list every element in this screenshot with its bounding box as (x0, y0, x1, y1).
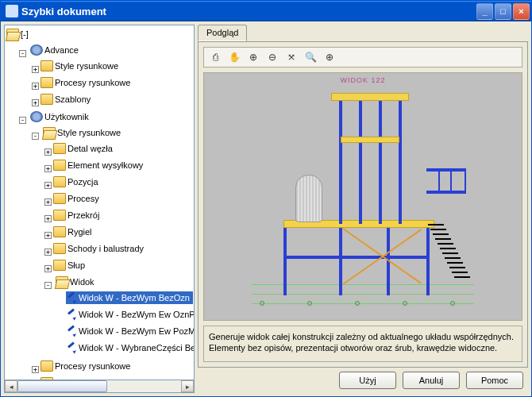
description-line-1: Generuje widok całej konstrukcji zależny… (209, 331, 517, 342)
tree-usr-proc-label: Procesy rysunkowe (55, 360, 130, 372)
dialog-buttons: Użyj Anuluj Pomoc (198, 368, 528, 393)
app-icon (6, 5, 18, 17)
tree-adv-szab-label: Szablony (55, 93, 91, 106)
tree-rygiel-label: Rygiel (67, 225, 92, 238)
zoom-out-button[interactable]: ⊖ (264, 49, 280, 65)
tree-widok-4-label: Widok W - WybraneCzęści Be (79, 341, 195, 354)
pen-icon (66, 292, 77, 303)
tree-schody-label: Schody i balustrady (67, 242, 144, 255)
close-button[interactable]: × (513, 3, 530, 20)
tree-rygiel[interactable]: Rygiel (53, 225, 95, 238)
tree-root-label: [-] (21, 28, 29, 40)
minimize-button[interactable]: _ (476, 3, 493, 20)
collapse-icon[interactable]: - (19, 117, 26, 124)
expand-icon[interactable]: + (44, 215, 52, 222)
expand-icon[interactable]: + (32, 99, 39, 106)
tree-widok[interactable]: Widok (56, 276, 98, 288)
folder-icon (40, 360, 53, 372)
tree-usr-style[interactable]: Style rysunkowe (43, 126, 124, 139)
expand-icon[interactable]: + (44, 232, 52, 239)
folder-icon (53, 260, 66, 271)
tree-adv-proc[interactable]: Procesy rysunkowe (40, 76, 133, 89)
zoom-extents-button[interactable]: ⤧ (283, 49, 299, 65)
scroll-right-button[interactable]: ▸ (181, 380, 194, 392)
print-button[interactable]: ⎙ (207, 49, 223, 65)
zoom-in-button[interactable]: ⊕ (245, 49, 261, 65)
tree-przekroj[interactable]: Przekrój (53, 209, 102, 222)
tree-pozycja-label: Pozycja (67, 175, 98, 188)
pen-icon (66, 342, 77, 353)
tree-user-label: Użytkownik (44, 110, 89, 123)
folder-icon (53, 210, 66, 221)
expand-icon[interactable]: + (44, 198, 52, 206)
expand-icon[interactable]: + (44, 148, 52, 156)
collapse-icon[interactable]: - (32, 133, 39, 140)
structure-drawing (252, 89, 474, 321)
tree-element[interactable]: Element wysyłkowy (53, 159, 146, 172)
scroll-track[interactable] (17, 380, 181, 392)
tree-widok-2-label: Widok W - BezWym Ew OznP (79, 308, 195, 321)
tree-widok-3[interactable]: Widok W - BezWym Ew PozM (66, 325, 195, 337)
tree-hscrollbar[interactable]: ◂ ▸ (4, 380, 195, 393)
use-button[interactable]: Użyj (339, 372, 396, 389)
expand-icon[interactable]: + (32, 83, 39, 90)
folder-icon (53, 193, 66, 204)
tree-widok-1[interactable]: Widok W - BezWym BezOzn (66, 291, 193, 304)
expand-icon[interactable]: + (44, 265, 52, 272)
zoom-center-button[interactable]: ⊕ (322, 49, 337, 65)
window-buttons: _ □ × (476, 3, 530, 20)
expand-icon[interactable]: + (44, 165, 52, 172)
pan-button[interactable]: ✋ (226, 49, 242, 65)
tree-pozycja[interactable]: Pozycja (53, 175, 102, 188)
tree-widok-4[interactable]: Widok W - WybraneCzęści Be (66, 341, 195, 354)
folder-icon (40, 94, 53, 105)
maximize-button[interactable]: □ (495, 3, 511, 20)
preview-title: WIDOK 122 (340, 76, 385, 84)
folder-icon (53, 226, 66, 237)
tree-usr-proc[interactable]: Procesy rysunkowe (40, 360, 133, 372)
tree-usr-style-label: Style rysunkowe (57, 126, 121, 139)
expand-icon[interactable]: + (32, 366, 39, 373)
preview-viewport[interactable]: WIDOK 122 (203, 72, 522, 321)
titlebar[interactable]: Szybki dokument _ □ × (1, 1, 531, 21)
gear-icon (30, 111, 43, 122)
expand-icon[interactable]: + (44, 182, 52, 189)
collapse-icon[interactable]: - (19, 50, 26, 57)
tree-przekroj-label: Przekrój (67, 209, 99, 222)
tree-view[interactable]: [-] - Advance +St (4, 25, 195, 380)
tree-adv-proc-label: Procesy rysunkowe (55, 76, 130, 89)
folder-icon (53, 160, 66, 171)
description-line-2: Elementy bez opisów, prezentacji otworów… (209, 342, 517, 353)
scroll-thumb[interactable] (17, 380, 107, 392)
tree-widok-label: Widok (70, 276, 94, 288)
tree-adv-style[interactable]: Style rysunkowe (40, 60, 121, 72)
tree-element-label: Element wysyłkowy (67, 159, 143, 172)
folder-open-icon (56, 276, 68, 287)
tree-user[interactable]: Użytkownik (30, 110, 92, 123)
tree-detal[interactable]: Detal węzła (53, 142, 116, 155)
content-area: [-] - Advance +St (1, 21, 531, 396)
tree-widok-2[interactable]: Widok W - BezWym Ew OznP (66, 308, 195, 321)
folder-icon (53, 143, 66, 154)
tree-schody[interactable]: Schody i balustrady (53, 242, 147, 255)
expand-icon[interactable]: + (44, 249, 52, 256)
expand-icon[interactable]: + (32, 66, 39, 73)
tree-adv-szab[interactable]: Szablony (40, 93, 94, 106)
tree-root[interactable]: [-] (6, 28, 32, 40)
tree-procesy-label: Procesy (67, 192, 99, 205)
folder-icon (53, 243, 66, 254)
help-button[interactable]: Pomoc (466, 372, 523, 389)
folder-open-icon (6, 29, 19, 40)
tree-advance[interactable]: Advance (30, 44, 82, 56)
tree-slup[interactable]: Słup (53, 259, 88, 272)
tree-procesy[interactable]: Procesy (53, 192, 102, 205)
scroll-left-button[interactable]: ◂ (5, 380, 17, 392)
collapse-icon[interactable]: - (44, 282, 52, 289)
tab-preview[interactable]: Podgląd (198, 25, 247, 41)
cancel-button[interactable]: Anuluj (403, 372, 460, 389)
pen-icon (66, 309, 77, 320)
pen-icon (66, 326, 77, 337)
folder-icon (53, 176, 66, 187)
zoom-window-button[interactable]: 🔍 (303, 49, 318, 65)
tree-widok-3-label: Widok W - BezWym Ew PozM (79, 325, 195, 337)
